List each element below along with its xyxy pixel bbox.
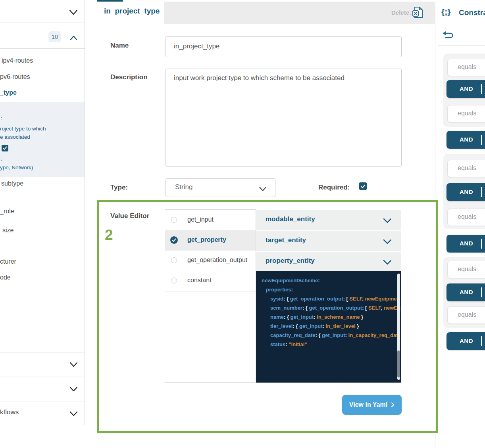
and-label: AND — [460, 289, 473, 295]
undo-icon[interactable] — [441, 31, 455, 41]
and-operator-button[interactable]: AND — [447, 283, 485, 301]
app-window: 10 :roject type to whiche associated:ype… — [0, 0, 485, 448]
radio-icon[interactable] — [171, 278, 177, 283]
value-source-option-get_input[interactable]: get_input — [165, 210, 256, 231]
chevron-down-icon[interactable] — [70, 410, 77, 417]
description-value: input work project type to which scheme … — [174, 74, 345, 82]
sidebar-item--type[interactable]: _type — [0, 89, 17, 96]
and-operator-button[interactable]: AND — [447, 332, 485, 350]
step-2-label: 2 — [105, 227, 113, 243]
constraint-operator-label: equals — [458, 63, 476, 71]
name-input[interactable]: in_project_type — [166, 36, 402, 57]
radio-selected-check-icon[interactable] — [170, 236, 178, 244]
view-in-yaml-button[interactable]: View in Yaml — [342, 395, 402, 415]
active-tab-indicator — [97, 0, 123, 2]
entity-dropdown-target_entity[interactable]: target_entity — [256, 231, 401, 251]
delete-label: Delete: — [391, 9, 411, 16]
chevron-down-icon[interactable] — [70, 386, 77, 393]
constraint-equals[interactable]: equals — [447, 59, 485, 76]
constraint-equals[interactable]: equals — [447, 261, 485, 278]
sidebar-item-pv6-routes[interactable]: pv6-routes — [0, 73, 30, 80]
sidebar-item-size[interactable]: size — [2, 227, 13, 234]
detail-text-fragment: : — [1, 156, 2, 162]
constraint-equals[interactable]: equals — [447, 306, 485, 324]
entity-dropdown-modable_entity[interactable]: modable_entity — [256, 210, 401, 230]
chevron-up-icon[interactable] — [70, 34, 77, 42]
button-divider — [481, 239, 482, 249]
option-label: get_operation_output — [187, 257, 247, 264]
divider — [438, 45, 485, 46]
sidebar-item-cturer[interactable]: cturer — [0, 258, 16, 265]
radio-icon[interactable] — [171, 217, 177, 223]
constraints-panel-title: Constra — [459, 8, 485, 17]
yaml-code-preview[interactable]: newEquipmentScheme:properties:sysid: { g… — [256, 271, 401, 383]
constraint-operator-label: equals — [458, 213, 476, 220]
divider — [0, 23, 85, 23]
detail-text-fragment: e associated — [0, 134, 30, 140]
and-label: AND — [460, 85, 473, 92]
sidebar-item-ipv4-routes[interactable]: ipv4-routes — [2, 57, 33, 64]
tab-in-project-type[interactable]: in_project_type — [104, 7, 160, 15]
section-collapse-chevron-icon[interactable] — [69, 9, 77, 16]
type-select[interactable]: String — [166, 178, 275, 197]
and-label: AND — [460, 240, 473, 247]
constraint-equals[interactable]: equals — [447, 209, 485, 226]
detail-text-fragment: ype, Network) — [0, 165, 33, 170]
type-label: Type: — [110, 184, 128, 191]
entity-dropdown-label: modable_entity — [266, 215, 315, 223]
constraint-equals[interactable]: equals — [447, 160, 485, 177]
description-textarea[interactable]: input work project type to which scheme … — [166, 69, 402, 167]
divider — [0, 352, 85, 352]
code-line: properties: — [262, 285, 395, 294]
and-label: AND — [460, 337, 473, 344]
item-count-badge: 10 — [48, 31, 61, 42]
option-label: constant — [187, 277, 211, 284]
chevron-down-icon — [259, 186, 266, 193]
chevron-right-icon — [391, 402, 395, 408]
value-source-option-constant[interactable]: constant — [165, 271, 256, 291]
option-label: get_property — [187, 236, 226, 243]
description-label: Description — [110, 73, 148, 81]
entity-dropdown-label: property_entity — [266, 257, 315, 265]
left-sidebar: 10 :roject type to whiche associated:ype… — [0, 0, 85, 425]
code-scrollbar-thumb[interactable] — [397, 350, 400, 377]
sidebar-section-workflows[interactable]: kflows — [0, 408, 19, 416]
value-source-option-get_property[interactable]: get_property — [165, 230, 256, 251]
chevron-down-icon[interactable] — [70, 361, 77, 368]
code-line: scm_number: { get_operation_output: [ SE… — [262, 303, 395, 312]
selected-item-detail: :roject type to whiche associated:ype, N… — [0, 102, 85, 177]
sidebar-item-subtype[interactable]: subtype — [1, 180, 23, 187]
constraint-operator-label: equals — [458, 110, 476, 117]
code-line: sysid: { get_operation_output: [ SELF, n… — [262, 294, 395, 303]
detail-text-fragment: : — [1, 115, 2, 121]
option-label: get_input — [187, 216, 214, 223]
divider — [0, 402, 85, 402]
detail-text-fragment: roject type to which — [0, 126, 46, 132]
code-line: tier_level: { get_input: in_tier_level } — [262, 322, 395, 331]
chevron-down-icon — [383, 259, 391, 266]
radio-icon[interactable] — [171, 257, 177, 263]
sidebar-item-ode[interactable]: ode — [0, 274, 11, 281]
code-line: name: { get_input: in_scheme_name } — [262, 312, 395, 322]
chevron-down-icon — [383, 218, 391, 225]
value-source-option-get_operation_output[interactable]: get_operation_output — [165, 251, 256, 271]
and-operator-button[interactable]: AND — [447, 80, 485, 98]
constraint-operator-label: equals — [458, 266, 476, 273]
divider — [0, 377, 85, 377]
delete-file-icon[interactable] — [412, 6, 423, 20]
button-divider — [481, 135, 482, 145]
entity-dropdown-label: target_entity — [266, 236, 306, 244]
required-checkbox[interactable] — [359, 182, 367, 190]
right-panel-border — [435, 24, 435, 448]
code-line: status: "initial" — [262, 340, 395, 349]
and-operator-button[interactable]: AND — [447, 131, 485, 149]
constraint-equals[interactable]: equals — [447, 105, 485, 123]
sidebar-item--role[interactable]: _role — [0, 208, 14, 215]
value-editor-label: Value Editor — [110, 212, 149, 220]
and-label: AND — [460, 188, 473, 195]
button-divider — [481, 187, 482, 197]
entity-dropdown-property_entity[interactable]: property_entity — [256, 252, 401, 271]
and-operator-button[interactable]: AND — [447, 183, 485, 201]
and-operator-button[interactable]: AND — [447, 235, 485, 253]
divider — [0, 48, 85, 49]
